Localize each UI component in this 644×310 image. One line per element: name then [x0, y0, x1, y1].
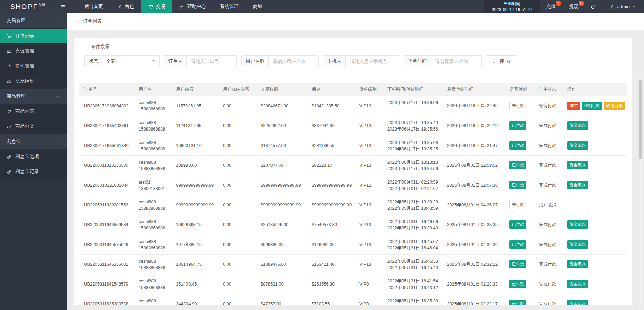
nav-menu-item[interactable]: 帮助中心: [172, 0, 213, 13]
cart-icon: [7, 109, 12, 114]
sidebar-item[interactable]: 订单列表: [0, 29, 67, 44]
sidebar-group[interactable]: 交易管理: [0, 13, 67, 29]
sidebar-item[interactable]: 利息宝记录: [0, 164, 67, 179]
fund-flow-button[interactable]: 资金流水: [567, 141, 588, 150]
phone-filter-group: 手机号: [323, 55, 399, 67]
line-1: 2022年05月31日 16:46:56: [387, 218, 441, 225]
last-pay-time-cell: 2026年08月18日 05:22:19: [444, 116, 506, 136]
order-status-cell: 用户取消: [536, 195, 564, 215]
fund-flow-button[interactable]: 资金流水: [567, 280, 588, 288]
level-cell: VIP13: [356, 155, 384, 175]
column-header: 订单状态: [536, 83, 564, 96]
cancel-order-button[interactable]: 取消订单: [604, 102, 625, 110]
nav-menu-item[interactable]: 商城: [246, 0, 269, 13]
balance-cell: 10928368.15: [173, 215, 220, 235]
fund-flow-button[interactable]: 资金流水: [567, 260, 588, 268]
nav-menu-item[interactable]: 交易: [141, 0, 172, 13]
sidebar-item[interactable]: 利息宝选项: [0, 149, 67, 164]
column-header: 用户名: [135, 83, 173, 96]
user-cell: ceshi88815888868888: [135, 274, 173, 294]
order-pay-time-cell: 2022年05月31日 16:35:382022年05月31日 16:35:46: [384, 294, 444, 305]
user-cell: ceshi88815888868888: [135, 155, 173, 175]
amount-cell: $1874577.00: [257, 136, 308, 155]
commission-cell: $149982.00: [308, 235, 356, 254]
order-no-label: 订单号: [164, 56, 187, 67]
sidebar-group[interactable]: 商品管理: [0, 89, 67, 104]
fund-flow-button[interactable]: 资金流水: [567, 181, 588, 189]
order-status-cell: 完成付款: [536, 155, 564, 175]
fund-flow-button[interactable]: 资金流水: [567, 220, 588, 229]
sidebar-item[interactable]: 交易控制: [0, 74, 67, 89]
scrollbar[interactable]: [639, 78, 642, 308]
sidebar-item[interactable]: 商品列表: [0, 104, 67, 119]
order-status-cell: 等待付款: [536, 96, 564, 116]
nav-menu-item[interactable]: 系统管理: [213, 0, 246, 13]
table-row: UB2205311635383738ceshi88815888868888344…: [79, 294, 627, 305]
table-row: UB2205311641548579ceshi88815888868888351…: [79, 274, 627, 294]
refresh-button[interactable]: [585, 0, 601, 13]
order-no-cell: UB2205311839281553: [79, 195, 135, 215]
fund-flow-button[interactable]: 资金流水: [567, 121, 588, 130]
nav-menu-item-label: 后台首页: [84, 4, 103, 10]
nav-menu-item-label: 系统管理: [220, 4, 239, 10]
sidebar-item-label: 利息宝选项: [15, 154, 39, 160]
paid-cell: 已付款: [506, 136, 536, 155]
logo-version: V16: [39, 3, 45, 7]
balance-cell: 10614964.75: [173, 254, 220, 274]
table-row: UB2306171935403861ceshi88815888868888112…: [79, 116, 627, 136]
frozen-cell: 0.00: [220, 155, 257, 175]
column-header: 下单时间/付款时间: [384, 83, 444, 96]
scrollbar-thumb[interactable]: [639, 80, 642, 159]
order-pay-time-cell: 2022年05月31日 18:39:282022年05月31日 18:43:59: [384, 195, 444, 215]
nav-menu-item[interactable]: 后台首页: [77, 0, 110, 13]
order-no-input[interactable]: [187, 56, 236, 67]
user-cell: ceshi88815888868888: [135, 215, 173, 235]
order-pay-time-cell: 2022年05月31日 16:45:332022年05月31日 16:45:40: [384, 254, 444, 274]
search-button[interactable]: 搜 索: [486, 55, 516, 67]
commission-cell: $9999999999999.99: [308, 175, 356, 195]
column-header: 交易数额: [257, 83, 308, 96]
frozen-cell: 0.00: [220, 274, 257, 294]
line-1: 2022年05月31日 16:45:57: [387, 238, 441, 245]
withdraw-label: 提现: [569, 4, 579, 10]
amount-cell: $47357.00: [257, 294, 308, 305]
paid-cell: 已付款: [506, 175, 536, 195]
sidebar-item[interactable]: 提现管理: [0, 59, 67, 74]
line-1: ceshi888: [139, 258, 170, 264]
order-time-input[interactable]: [431, 56, 481, 67]
paid-status-badge: 未付款: [509, 201, 526, 209]
nav-menu-item[interactable]: 角色: [110, 0, 141, 13]
link-icon: [7, 154, 12, 159]
line-1: ceshi888: [139, 139, 170, 146]
admin-menu[interactable]: admin: [601, 0, 644, 13]
order-no-cell: UB2205311641548579: [79, 274, 135, 294]
fund-flow-button[interactable]: 资金流水: [567, 161, 588, 169]
commission-cell: $10421335.50: [308, 96, 356, 116]
order-no-filter-group: 订单号: [164, 55, 237, 67]
sidebar-toggle-button[interactable]: [55, 0, 70, 13]
phone-input[interactable]: [346, 56, 399, 67]
username-input[interactable]: [269, 56, 318, 67]
sidebar-item[interactable]: 充值管理: [0, 44, 67, 59]
nav-menu-item-label: 帮助中心: [187, 4, 206, 10]
user-cell: ceshi88815888868888: [135, 294, 173, 305]
sidebar-group[interactable]: 利息宝: [0, 134, 67, 149]
withdraw-button[interactable]: 提现 0: [562, 0, 585, 13]
breadcrumb: » 订单列表: [67, 13, 644, 30]
actions-cell: 资金流水: [564, 215, 627, 235]
line-1: ceshi888: [139, 278, 170, 284]
chevron-down-icon: [152, 60, 155, 62]
sidebar-item[interactable]: 商品分类: [0, 119, 67, 134]
balance-cell: 108988.00: [173, 155, 220, 175]
force-pay-button[interactable]: 强制付款: [582, 102, 602, 110]
recharge-button[interactable]: 充值 2: [540, 0, 562, 13]
fund-flow-button[interactable]: 资金流水: [567, 240, 588, 249]
fund-flow-button[interactable]: 资金流水: [567, 300, 588, 305]
freeze-button[interactable]: 冻结: [567, 102, 580, 110]
local-time-label: 当地时间: [492, 1, 532, 7]
line-2: 15888868888: [139, 106, 170, 112]
commission-cell: $7103.55: [308, 294, 356, 305]
sidebar: 交易管理订单列表充值管理提现管理交易控制商品管理商品列表商品分类利息宝利息宝选项…: [0, 13, 67, 310]
column-header: 用户余额: [173, 83, 220, 96]
status-select[interactable]: 全部: [102, 56, 159, 67]
